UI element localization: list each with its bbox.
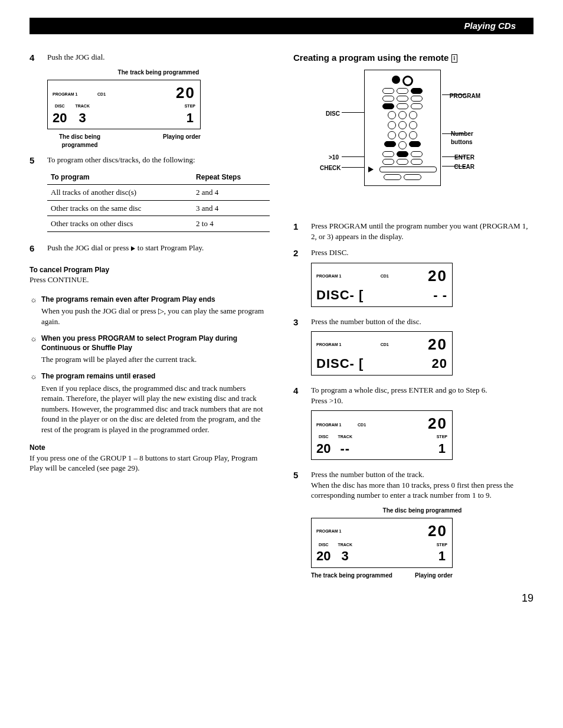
remote-button (384, 174, 401, 180)
lcd-step-label: STEP (185, 103, 195, 109)
step-text-a: To program a whole disc, press ENTER and… (311, 385, 533, 396)
lcd-step-val: 1 (185, 109, 195, 127)
step-5: 5 To program other discs/tracks, do the … (30, 155, 270, 236)
lcd-cd: CD1 (381, 273, 389, 279)
tip-icon: ☼ (30, 295, 38, 305)
step-text-b: When the disc has more than 10 tracks, p… (311, 480, 533, 501)
right-column: Creating a program using the remote î (293, 52, 533, 605)
r-step-4: 4 To program a whole disc, press ENTER a… (293, 385, 533, 463)
table-cell: Other tracks on the same disc (47, 200, 192, 216)
number-button (388, 131, 396, 139)
step-text: To program other discs/tracks, do the fo… (47, 155, 270, 165)
lcd-program: PROGRAM 1 (53, 92, 77, 96)
remote-button (397, 96, 408, 102)
lcd-step-label: STEP (437, 542, 447, 547)
number-button (409, 121, 417, 129)
lcd-program: PROGRAM 1 (316, 423, 341, 427)
tip-body: When you push the JOG dial or press ▷, y… (41, 306, 270, 327)
annotation-left: The disc being programmed (47, 133, 112, 149)
tip-icon: ☼ (30, 334, 38, 352)
lcd-cd: CD1 (358, 423, 366, 427)
remote-diagram: PROGRAM DISC Number buttons >10 ENTER CH… (293, 70, 533, 211)
step-text-b: to start Program Play. (138, 243, 204, 252)
lcd-step-val: 1 (437, 440, 447, 458)
left-column: 4 Push the JOG dial. The track being pro… (30, 52, 270, 605)
remote-button (397, 159, 408, 165)
lcd-display: PROGRAM 1 20 DISC 20 TRACK (311, 518, 453, 567)
section-header: Playing CDs (30, 18, 533, 34)
lcd-display: PROGRAM 1 CD1 20 DISC- [ - - (311, 263, 453, 307)
play-icon (368, 167, 374, 172)
remote-button (411, 159, 423, 165)
step-text-a: Push the JOG dial or press (47, 243, 131, 252)
remote-button (411, 103, 423, 109)
section-title: Playing CDs (464, 20, 516, 32)
lcd-disc-label: DISC (316, 434, 330, 439)
number-button (409, 131, 417, 139)
table-cell: 3 and 4 (192, 200, 270, 216)
annotation-top: The track being programmed (47, 68, 270, 77)
annotation-top: The disc being programmed (311, 507, 533, 515)
lcd-step-val: 1 (437, 547, 447, 565)
number-button (388, 111, 396, 119)
tip-body: Even if you replace discs, the programme… (41, 383, 270, 435)
step-4: 4 Push the JOG dial. The track being pro… (30, 52, 270, 149)
step-number: 6 (30, 243, 40, 254)
cancel-body: Press CONTINUE. (30, 275, 270, 285)
remote-button (382, 151, 394, 157)
label-number: Number buttons (451, 130, 486, 146)
table-row: To program Repeat Steps (47, 170, 270, 185)
step-text-a: Press the number button of the track. (311, 469, 533, 480)
label-program: PROGRAM (450, 92, 480, 100)
lcd-track-val: -- (338, 440, 352, 458)
number-button (398, 111, 407, 119)
r-step-5: 5 Press the number button of the track. … (293, 469, 533, 579)
remote-button (411, 151, 423, 157)
table-row: Other tracks on other discs 2 to 4 (47, 216, 270, 232)
step-number: 5 (293, 469, 304, 579)
lcd-disc-val: 20 (316, 440, 330, 458)
lcd-disc-label: DISC (53, 103, 67, 109)
step-text: Press the number button of the disc. (311, 316, 533, 327)
note-body: If you press one of the GROUP 1 – 8 butt… (30, 453, 270, 474)
heading-text: Creating a program using the remote (293, 53, 449, 63)
lcd-track-label: TRACK (338, 434, 352, 439)
lcd-disc-val: 20 (432, 355, 447, 373)
annotation-left: The track being programmed (311, 572, 392, 580)
lcd-disc-label: DISC (316, 542, 330, 547)
lcd-program: PROGRAM 1 (316, 528, 341, 534)
lcd-step-label: STEP (437, 434, 447, 439)
number-button (409, 111, 417, 119)
step-number: 5 (30, 155, 40, 236)
remote-heading: Creating a program using the remote î (293, 52, 533, 64)
step-number: 3 (293, 316, 304, 379)
step-text: Press PROGRAM until the program number y… (311, 221, 533, 241)
label-enter: ENTER (454, 154, 474, 162)
remote-button (382, 103, 394, 109)
label-gt10: >10 (329, 154, 339, 162)
annotation-right: Playing order (415, 572, 453, 580)
lcd-disc-val: 20 (316, 547, 330, 565)
remote-button (409, 141, 421, 147)
remote-button (382, 88, 394, 94)
remote-button (397, 88, 408, 94)
label-check: CHECK (320, 164, 341, 172)
lcd-display: PROGRAM 1 CD1 20 DISC 20 (311, 410, 453, 460)
step-number: 4 (30, 52, 40, 149)
remote-button (384, 141, 396, 147)
remote-button (411, 88, 423, 94)
lcd-cd: CD1 (97, 92, 106, 96)
r-step-2: 2 Press DISC. PROGRAM 1 CD1 20 DISC- [ -… (293, 247, 533, 310)
tip-heading: The program remains until erased (41, 371, 155, 382)
lcd-track-val: 3 (338, 547, 352, 565)
number-button (398, 121, 407, 129)
lcd-cd: CD1 (381, 342, 389, 347)
annotation-right: Playing order (163, 133, 201, 149)
remote-button (397, 151, 408, 157)
step-number: 1 (293, 221, 304, 241)
table-row: Other tracks on the same disc 3 and 4 (47, 200, 270, 216)
table-cell: All tracks of another disc(s) (47, 185, 192, 201)
tip-icon: ☼ (30, 371, 38, 382)
lcd-program: PROGRAM 1 (316, 342, 341, 347)
lcd-big: 20 (176, 83, 195, 103)
